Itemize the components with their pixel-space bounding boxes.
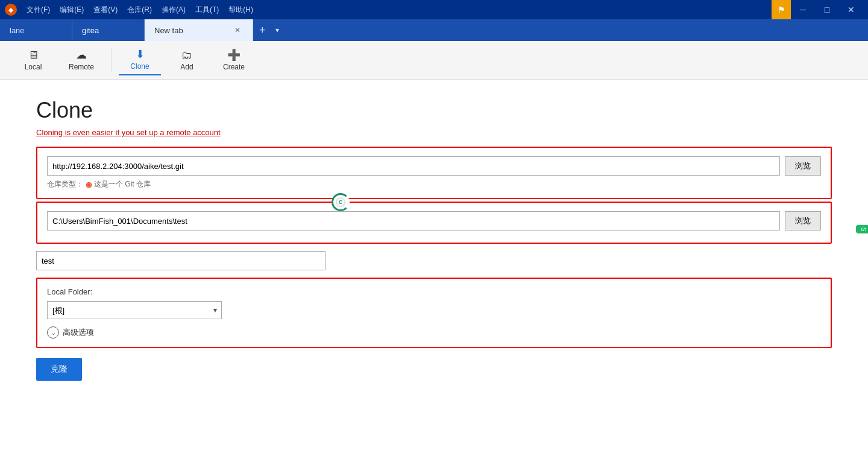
close-button[interactable]: ✕ (839, 0, 863, 19)
menu-edit[interactable]: 编辑(E) (55, 2, 89, 17)
menu-file[interactable]: 文件(F) (22, 2, 55, 17)
toolbar-create[interactable]: ➕ Create (213, 46, 255, 75)
tab-gitea[interactable]: gitea (72, 19, 145, 41)
clone-button[interactable]: 克隆 (36, 358, 82, 381)
repo-name-input[interactable] (36, 251, 326, 270)
titlebar: ◆ 文件(F) 编辑(E) 查看(V) 仓库(R) 操作(A) 工具(T) 帮助… (0, 0, 868, 19)
maximize-button[interactable]: □ (815, 0, 839, 19)
folder-select-row: [根] (47, 301, 821, 319)
remote-icon: ☁ (76, 49, 87, 60)
add-icon: 🗂 (181, 49, 192, 60)
menu-bar: 文件(F) 编辑(E) 查看(V) 仓库(R) 操作(A) 工具(T) 帮助(H… (22, 2, 258, 17)
path-input[interactable] (47, 211, 780, 231)
toolbar: 🖥 Local ☁ Remote ⬇ Clone 🗂 Add ➕ Create (0, 41, 868, 80)
menu-view[interactable]: 查看(V) (89, 2, 122, 17)
folder-select-wrapper[interactable]: [根] (47, 301, 222, 319)
toolbar-remote-label: Remote (69, 63, 94, 71)
toolbar-clone-label: Clone (130, 62, 149, 71)
tab-lane[interactable]: lane (0, 19, 72, 41)
url-input[interactable] (47, 156, 780, 176)
tab-label: New tab (154, 26, 183, 35)
folder-select[interactable]: [根] (47, 301, 222, 319)
menu-tools[interactable]: 工具(T) (190, 2, 224, 17)
right-side-indicator: S (856, 224, 868, 234)
local-icon: 🖥 (28, 49, 39, 60)
advanced-options-toggle[interactable]: ⌄ 高级选项 (47, 326, 821, 339)
flag-button[interactable]: ⚑ (772, 0, 791, 19)
toolbar-add[interactable]: 🗂 Add (166, 46, 208, 75)
create-icon: ➕ (227, 49, 241, 60)
new-tab-button[interactable]: + (253, 19, 272, 41)
name-field-row (36, 251, 832, 270)
url-input-row: 浏览 (47, 156, 821, 176)
url-browse-button[interactable]: 浏览 (785, 156, 821, 176)
toolbar-local-label: Local (25, 63, 42, 71)
toolbar-local[interactable]: 🖥 Local (12, 46, 54, 75)
minimize-button[interactable]: ─ (791, 0, 815, 19)
toolbar-separator (111, 48, 112, 72)
hint-text: Cloning is even easier if you set up a r… (36, 128, 832, 137)
toolbar-clone[interactable]: ⬇ Clone (119, 45, 161, 75)
repo-type-hint: 仓库类型： ◉ 这是一个 Git 仓库 (47, 179, 821, 189)
local-folder-section: Local Folder: [根] ⌄ 高级选项 (36, 278, 832, 348)
toolbar-remote[interactable]: ☁ Remote (59, 46, 104, 75)
toolbar-create-label: Create (223, 63, 245, 71)
tab-bar: lane gitea New tab ✕ + ▾ (0, 19, 868, 41)
page-title: Clone (36, 98, 832, 123)
chevron-down-icon: ⌄ (47, 326, 59, 339)
active-tab[interactable]: New tab ✕ (145, 19, 253, 41)
menu-repo[interactable]: 仓库(R) (122, 2, 157, 17)
main-content: Clone Cloning is even easier if you set … (0, 80, 868, 458)
menu-help[interactable]: 帮助(H) (224, 2, 258, 17)
tab-dropdown-button[interactable]: ▾ (272, 19, 283, 41)
local-folder-label: Local Folder: (47, 287, 821, 296)
path-input-row: 浏览 (47, 211, 821, 231)
url-section: 浏览 仓库类型： ◉ 这是一个 Git 仓库 (36, 147, 832, 199)
menu-action[interactable]: 操作(A) (157, 2, 190, 17)
app-logo: ◆ (5, 4, 17, 16)
path-section: 浏览 (36, 202, 832, 244)
svg-text:◆: ◆ (8, 7, 14, 13)
tab-close-button[interactable]: ✕ (232, 25, 243, 36)
advanced-label: 高级选项 (63, 327, 94, 338)
git-icon: ◉ (86, 180, 92, 189)
clone-icon: ⬇ (136, 49, 145, 60)
path-browse-button[interactable]: 浏览 (785, 211, 821, 231)
toolbar-add-label: Add (180, 63, 193, 71)
loading-spinner: C (332, 193, 350, 211)
